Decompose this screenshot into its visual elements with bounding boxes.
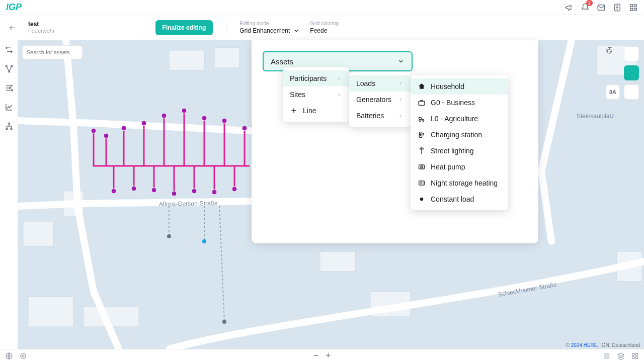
bell-icon[interactable]: 2 [581, 3, 590, 12]
plus-icon [290, 107, 298, 115]
assets-dropdown-label: Assets [271, 57, 293, 66]
hierarchy-icon[interactable] [5, 122, 14, 131]
svg-point-7 [11, 65, 12, 67]
document-icon[interactable] [613, 3, 622, 12]
app-logo: IGP [6, 2, 22, 13]
grid-coloring-value: Feede [310, 27, 327, 34]
project-info: test Feuerwehr [28, 21, 55, 35]
attribution-link[interactable]: 2024 HERE [571, 342, 598, 348]
briefcase-icon [418, 99, 426, 107]
chevron-right-icon [336, 92, 342, 98]
svg-rect-60 [419, 165, 425, 169]
svg-point-36 [111, 189, 116, 194]
assets-menu-level2: Loads Generators Batteries [349, 72, 411, 127]
map-attribution: © 2024 HERE, IGN, Deutschland [566, 342, 640, 348]
left-toolbar [0, 40, 18, 349]
menu-item-sites[interactable]: Sites [283, 86, 349, 103]
svg-point-27 [91, 128, 96, 133]
editing-mode-select[interactable]: Editing mode Grid Enhancement [239, 21, 300, 34]
back-button[interactable] [6, 22, 18, 34]
svg-point-13 [6, 128, 8, 130]
svg-point-12 [8, 123, 10, 124]
network-icon[interactable] [5, 64, 14, 73]
svg-point-39 [172, 191, 177, 196]
chevron-right-icon [397, 113, 404, 119]
search-input[interactable] [27, 49, 78, 55]
heatpump-icon [418, 179, 426, 187]
chart-icon[interactable] [5, 103, 14, 112]
workspace: Alfons-Gerson-Straße Schleckheimer Straß… [0, 40, 644, 349]
svg-point-65 [21, 353, 26, 358]
svg-point-10 [9, 87, 11, 89]
target-icon[interactable] [19, 352, 27, 360]
svg-point-58 [423, 120, 424, 122]
tractor-icon [418, 115, 426, 123]
grid-coloring-label: Grid coloring [310, 21, 370, 26]
svg-point-46 [202, 239, 206, 243]
lamp-icon [418, 147, 426, 155]
svg-rect-18 [214, 48, 239, 68]
svg-point-29 [121, 126, 126, 131]
svg-point-55 [610, 51, 611, 52]
svg-point-57 [419, 119, 421, 121]
chevron-right-icon [397, 80, 404, 86]
menu-item-participants[interactable]: Participants [283, 70, 349, 86]
menu-item-agriculture[interactable]: L0 - Agriculture [411, 111, 508, 127]
topbar-actions: 2 [565, 3, 638, 12]
zoom-in-button[interactable]: + [326, 350, 331, 361]
view-8a-button[interactable]: 8A [606, 84, 620, 100]
svg-point-11 [11, 89, 13, 91]
view-tree-button[interactable] [624, 84, 639, 100]
street-label: Steinkaulplatz [577, 113, 614, 120]
divider [226, 19, 226, 37]
list-icon[interactable] [603, 352, 611, 360]
svg-rect-2 [630, 5, 633, 7]
svg-rect-19 [23, 221, 53, 246]
menu-item-street-lighting[interactable]: Street lighting [411, 143, 508, 159]
zoom-out-button[interactable]: − [313, 350, 318, 361]
svg-point-31 [162, 113, 167, 118]
svg-rect-56 [419, 101, 425, 105]
statusbar: − + [0, 349, 644, 362]
swap-icon[interactable] [5, 45, 14, 54]
global-topbar: IGP 2 [0, 0, 644, 15]
megaphone-icon[interactable] [565, 3, 574, 12]
svg-point-30 [141, 121, 146, 126]
menu-item-line[interactable]: Line [283, 103, 349, 119]
menu-item-business[interactable]: G0 - Business [411, 95, 508, 111]
settings-sliders-icon[interactable] [5, 83, 14, 93]
svg-rect-4 [630, 8, 633, 11]
grid-icon[interactable] [631, 352, 639, 360]
apps-icon[interactable] [629, 3, 638, 12]
svg-point-9 [11, 85, 12, 86]
chevron-down-icon [293, 27, 300, 34]
asset-search[interactable] [22, 45, 83, 59]
svg-rect-5 [634, 8, 637, 11]
menu-item-night-storage[interactable]: Night storage heating [411, 175, 508, 191]
palette-button[interactable] [624, 46, 639, 61]
layers-toggle-button[interactable] [624, 65, 639, 80]
svg-point-40 [192, 189, 197, 194]
editing-mode-label: Editing mode [239, 21, 300, 26]
svg-rect-69 [632, 356, 634, 358]
menu-item-generators[interactable]: Generators [349, 92, 411, 108]
chevron-right-icon [397, 97, 404, 103]
menu-item-household[interactable]: Household [411, 78, 508, 95]
svg-point-53 [609, 47, 610, 48]
project-header: test Feuerwehr Finalize editing Editing … [0, 15, 644, 40]
notification-badge: 2 [586, 0, 593, 6]
svg-point-6 [6, 65, 7, 67]
grid-coloring-select[interactable]: Grid coloring Feede [310, 21, 370, 34]
finalize-editing-button[interactable]: Finalize editing [155, 20, 213, 35]
svg-point-66 [22, 355, 24, 357]
menu-item-batteries[interactable]: Batteries [349, 108, 411, 124]
menu-item-loads[interactable]: Loads [349, 75, 411, 92]
menu-item-charging[interactable]: Charging station [411, 127, 508, 143]
layers-icon[interactable] [617, 352, 625, 360]
zoom-control: − + [313, 350, 331, 361]
mail-icon[interactable] [597, 3, 606, 12]
svg-point-47 [222, 320, 226, 324]
menu-item-constant-load[interactable]: Constant load [411, 191, 508, 207]
menu-item-heat-pump[interactable]: Heat pump [411, 159, 508, 175]
globe-icon[interactable] [5, 352, 13, 360]
